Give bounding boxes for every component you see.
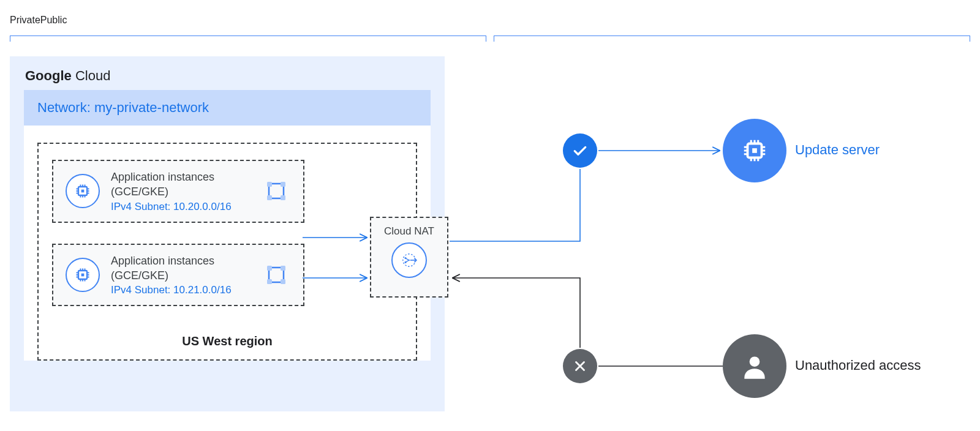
cloud-nat-icon	[391, 242, 427, 278]
svg-rect-6	[281, 195, 285, 200]
update-server-label: Update server	[795, 142, 880, 158]
svg-rect-8	[81, 274, 85, 277]
compute-engine-icon	[66, 258, 100, 292]
svg-rect-18	[752, 148, 757, 153]
check-icon	[563, 133, 597, 168]
cloud-brand-label: Google Cloud	[10, 57, 444, 90]
zone-label-public: Public	[40, 15, 67, 26]
svg-rect-11	[281, 266, 285, 271]
svg-rect-10	[267, 266, 272, 271]
instance-box-1: Application instances (GCE/GKE) IPv4 Sub…	[52, 160, 304, 223]
instance-2-subnet: IPv4 Subnet: 10.21.0.0/16	[111, 284, 251, 296]
svg-rect-5	[267, 195, 272, 200]
zone-label-private: Private	[10, 15, 40, 26]
svg-point-19	[750, 356, 760, 367]
cross-icon	[563, 349, 597, 383]
instance-2-title-l1: Application instances	[111, 255, 214, 267]
unauthorized-user-icon	[723, 334, 786, 398]
cloud-brand-rest: Cloud	[72, 68, 111, 83]
svg-rect-1	[81, 190, 85, 193]
instance-1-subnet: IPv4 Subnet: 10.20.0.0/16	[111, 201, 251, 213]
svg-rect-13	[281, 279, 285, 284]
cloud-nat-label: Cloud NAT	[371, 225, 447, 238]
vpc-icon	[262, 176, 291, 206]
svg-rect-3	[267, 182, 272, 187]
cloud-brand-bold: Google	[25, 68, 72, 83]
instance-1-text: Application instances (GCE/GKE) IPv4 Sub…	[111, 170, 251, 213]
update-server-icon	[723, 119, 786, 182]
region-box: Application instances (GCE/GKE) IPv4 Sub…	[37, 143, 417, 361]
vpc-icon	[262, 260, 291, 290]
zone-brackets	[10, 36, 970, 42]
region-label: US West region	[52, 327, 402, 352]
network-label: Network: my-private-network	[24, 90, 431, 126]
bracket-private	[10, 36, 486, 42]
instance-box-2: Application instances (GCE/GKE) IPv4 Sub…	[52, 244, 304, 307]
svg-rect-4	[281, 182, 285, 187]
compute-engine-icon	[66, 174, 100, 208]
cloud-nat-box: Cloud NAT	[370, 217, 448, 298]
instance-1-title-l1: Application instances	[111, 171, 214, 183]
unauthorized-access-label: Unauthorized access	[795, 358, 921, 373]
svg-rect-12	[267, 279, 272, 284]
zone-labels: Private Public	[10, 15, 970, 26]
instance-2-title-l2: (GCE/GKE)	[111, 269, 168, 282]
bracket-public	[494, 36, 970, 42]
instance-2-text: Application instances (GCE/GKE) IPv4 Sub…	[111, 253, 251, 297]
instance-1-title-l2: (GCE/GKE)	[111, 186, 168, 198]
